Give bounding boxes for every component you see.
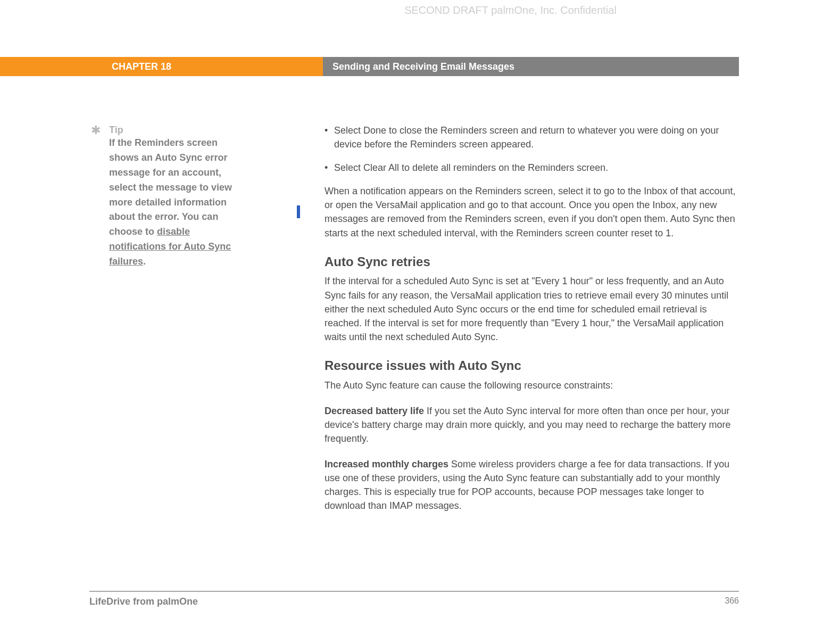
paragraph: If the interval for a scheduled Auto Syn…	[325, 274, 739, 343]
tip-sidebar: ✱ Tip If the Reminders screen shows an A…	[93, 125, 247, 269]
section-heading-auto-sync-retries: Auto Sync retries	[325, 253, 739, 271]
chapter-header-bar: CHAPTER 18 Sending and Receiving Email M…	[0, 57, 739, 76]
footer-rule	[89, 591, 739, 592]
chapter-label: CHAPTER 18	[0, 57, 323, 76]
inline-heading: Decreased battery life	[325, 406, 424, 416]
confidential-header: SECOND DRAFT palmOne, Inc. Confidential	[0, 4, 840, 16]
revision-bar-icon	[297, 205, 300, 218]
paragraph: The Auto Sync feature can cause the foll…	[325, 378, 739, 392]
tip-label: Tip	[109, 125, 247, 136]
bullet-item: • Select Done to close the Reminders scr…	[325, 123, 739, 151]
inline-heading: Increased monthly charges	[325, 459, 448, 469]
bullet-item: • Select Clear All to delete all reminde…	[325, 161, 739, 175]
bullet-icon: •	[325, 123, 334, 151]
page-number: 366	[725, 596, 739, 607]
asterisk-icon: ✱	[91, 123, 101, 137]
bullet-icon: •	[325, 161, 334, 175]
tip-text-before: If the Reminders screen shows an Auto Sy…	[109, 137, 232, 237]
product-name: LifeDrive from palmOne	[89, 596, 198, 607]
tip-body: If the Reminders screen shows an Auto Sy…	[109, 136, 247, 269]
tip-text-after: .	[143, 256, 146, 267]
bullet-text: Select Done to close the Reminders scree…	[334, 123, 739, 151]
main-content: • Select Done to close the Reminders scr…	[325, 123, 739, 524]
paragraph: Decreased battery life If you set the Au…	[325, 404, 739, 446]
paragraph: Increased monthly charges Some wireless …	[325, 457, 739, 513]
paragraph: When a notification appears on the Remin…	[325, 184, 739, 240]
footer: LifeDrive from palmOne 366	[89, 596, 739, 607]
bullet-text: Select Clear All to delete all reminders…	[334, 161, 608, 175]
chapter-title: Sending and Receiving Email Messages	[323, 57, 739, 76]
section-heading-resource-issues: Resource issues with Auto Sync	[325, 357, 739, 375]
